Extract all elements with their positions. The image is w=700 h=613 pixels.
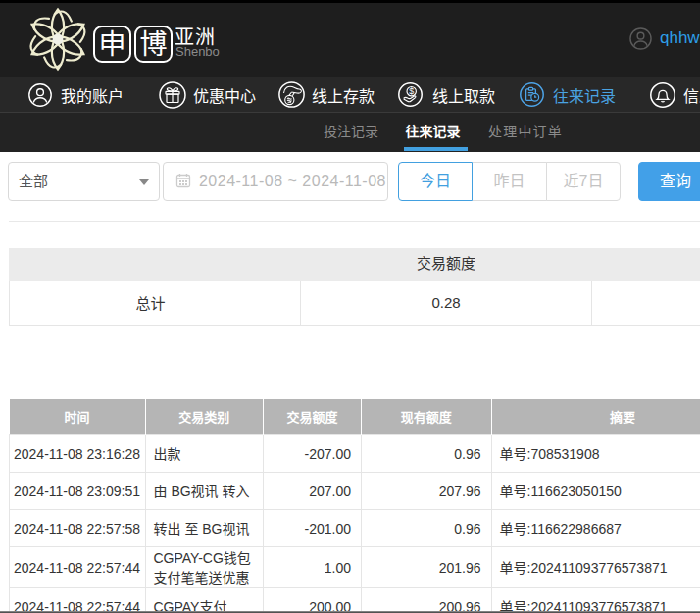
svg-text:$: $ — [409, 86, 414, 96]
